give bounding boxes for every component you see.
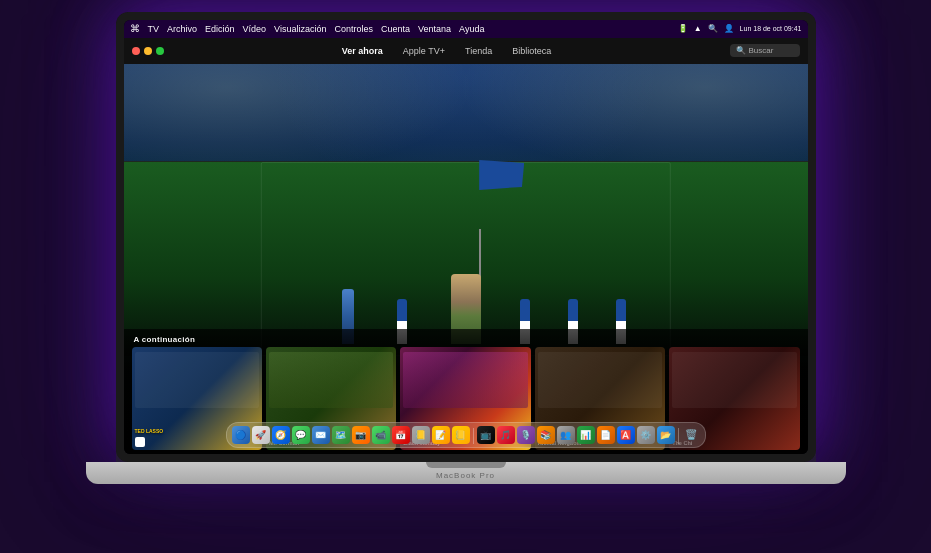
dock-appstore[interactable]: 🅰️: [617, 426, 635, 444]
dock-maps[interactable]: 🗺️: [332, 426, 350, 444]
battery-icon: 🔋: [678, 24, 688, 33]
traffic-lights: [132, 47, 164, 55]
laptop-outer: ⌘ TV Archivo Edición Vídeo Visualización…: [86, 12, 846, 542]
dock-reminders[interactable]: 📝: [432, 426, 450, 444]
menu-ventana[interactable]: Ventana: [418, 24, 451, 34]
menu-bar-right: 🔋 ▲ 🔍 👤 Lun 18 de oct 09:41: [678, 24, 802, 33]
dock: 🔵 🚀 🧭 💬 ✉️: [226, 422, 706, 448]
dock-finder2[interactable]: 📂: [657, 426, 675, 444]
menu-controles[interactable]: Controles: [334, 24, 373, 34]
dock-sysprefs[interactable]: ⚙️: [637, 426, 655, 444]
user-icon[interactable]: 👤: [724, 24, 734, 33]
title-bar: Ver ahora Apple TV+ Tienda Biblioteca 🔍 …: [124, 38, 808, 64]
dock-trash[interactable]: 🗑️: [682, 426, 700, 444]
dock-separator-1: [473, 428, 474, 444]
menu-ayuda[interactable]: Ayuda: [459, 24, 484, 34]
nav-tabs: Ver ahora Apple TV+ Tienda Biblioteca: [332, 44, 561, 58]
search-placeholder: Buscar: [749, 46, 774, 55]
dock-music[interactable]: 🎵: [497, 426, 515, 444]
screen-bezel: ⌘ TV Archivo Edición Vídeo Visualización…: [116, 12, 816, 462]
dock-safari[interactable]: 🧭: [272, 426, 290, 444]
hero-area: A continuación TED LASSO: [124, 64, 808, 454]
dock-photos[interactable]: 📷: [352, 426, 370, 444]
tab-biblioteca[interactable]: Biblioteca: [502, 44, 561, 58]
dock-messages[interactable]: 💬: [292, 426, 310, 444]
tab-appletv[interactable]: Apple TV+: [393, 44, 455, 58]
tab-ver-ahora[interactable]: Ver ahora: [332, 44, 393, 58]
dock-calendar[interactable]: 📅: [392, 426, 410, 444]
thumb-black-monday-art: [403, 352, 527, 409]
close-button[interactable]: [132, 47, 140, 55]
search-icon: 🔍: [736, 46, 746, 55]
menu-bar-left: ⌘ TV Archivo Edición Vídeo Visualización…: [130, 23, 485, 34]
thumb-ted-lasso-art: [135, 352, 259, 409]
flag: [479, 160, 524, 190]
thumb-ted-lasso-badge: [135, 437, 145, 447]
thumb-the-chi-art: [672, 352, 796, 409]
dock-notes[interactable]: 📒: [452, 426, 470, 444]
wifi-icon: ▲: [694, 24, 702, 33]
maximize-button[interactable]: [156, 47, 164, 55]
menu-video[interactable]: Vídeo: [243, 24, 267, 34]
dock-numbers[interactable]: 📊: [577, 426, 595, 444]
laptop-brand: MacBook Pro: [436, 471, 495, 480]
menu-tv[interactable]: TV: [148, 24, 160, 34]
screen-content: ⌘ TV Archivo Edición Vídeo Visualización…: [124, 20, 808, 454]
dock-contacts2[interactable]: 👥: [557, 426, 575, 444]
menu-bar: ⌘ TV Archivo Edición Vídeo Visualización…: [124, 20, 808, 38]
dock-contacts[interactable]: 📒: [412, 426, 430, 444]
thumb-animal-kingdom-art: [538, 352, 662, 409]
apple-logo-icon[interactable]: ⌘: [130, 23, 140, 34]
menu-edicion[interactable]: Edición: [205, 24, 235, 34]
app-window: Ver ahora Apple TV+ Tienda Biblioteca 🔍 …: [124, 38, 808, 454]
menu-visualizacion[interactable]: Visualización: [274, 24, 326, 34]
search-menubar-icon[interactable]: 🔍: [708, 24, 718, 33]
dock-pages[interactable]: 📄: [597, 426, 615, 444]
thumb-mr-corman-art: [269, 352, 393, 409]
hero-background: A continuación TED LASSO: [124, 64, 808, 454]
dock-launchpad[interactable]: 🚀: [252, 426, 270, 444]
laptop-notch: [426, 462, 506, 468]
laptop-body: MacBook Pro: [86, 462, 846, 484]
dock-books[interactable]: 📚: [537, 426, 555, 444]
dock-podcasts[interactable]: 🎙️: [517, 426, 535, 444]
dock-apple-tv[interactable]: 📺: [477, 426, 495, 444]
characters-area: [124, 169, 808, 345]
dock-finder[interactable]: 🔵: [232, 426, 250, 444]
dock-separator-2: [678, 428, 679, 444]
section-title: A continuación: [134, 335, 196, 344]
dock-facetime[interactable]: 📹: [372, 426, 390, 444]
search-box[interactable]: 🔍 Buscar: [730, 44, 800, 57]
menu-cuenta[interactable]: Cuenta: [381, 24, 410, 34]
menu-archivo[interactable]: Archivo: [167, 24, 197, 34]
datetime-display: Lun 18 de oct 09:41: [740, 25, 802, 32]
dock-mail[interactable]: ✉️: [312, 426, 330, 444]
minimize-button[interactable]: [144, 47, 152, 55]
tab-tienda[interactable]: Tienda: [455, 44, 502, 58]
